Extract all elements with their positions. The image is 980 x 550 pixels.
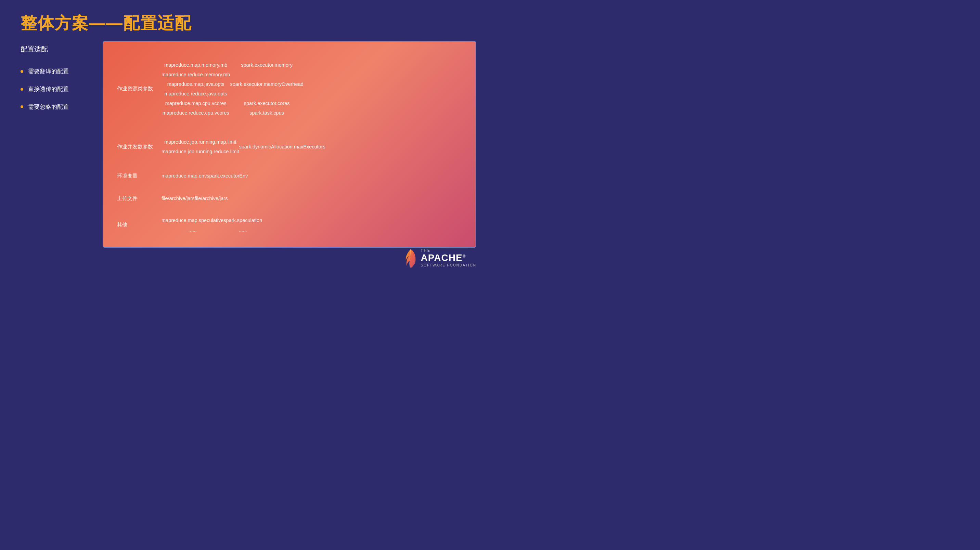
mr-item: mapreduce.reduce.memory.mb: [162, 70, 230, 79]
mr-item: mapreduce.reduce.cpu.vcores: [162, 108, 229, 117]
spark-item: spark.speculation: [223, 216, 262, 225]
table-inner: 作业资源类参数 mapreduce.map.memory.mb mapreduc…: [107, 49, 162, 240]
page-title: 整体方案——配置适配: [21, 12, 192, 34]
row-label-resources: 作业资源类参数: [107, 49, 162, 129]
spark-item: spark.dynamicAllocation.maxExecutors: [239, 142, 325, 151]
bullet-icon: [21, 70, 23, 73]
table-row-files: 上传文件 file/archive/jars file/archive/jars: [107, 187, 162, 210]
col-mapreduce-env: mapreduce.map.env: [162, 165, 207, 187]
row-label-concurrency: 作业并发数参数: [107, 129, 162, 165]
col-spark-env: spark.executorEnv: [207, 165, 248, 187]
mr-item: file/archive/jars: [162, 194, 195, 203]
mr-item: mapreduce.map.env: [162, 172, 207, 180]
apache-text: THE APACHE® SOFTWARE FOUNDATION: [421, 249, 476, 267]
col-spark-resources: spark.executor.memory spark.executor.mem…: [230, 49, 303, 129]
bullet-icon: [21, 88, 23, 91]
mr-item: mapreduce.map.speculative: [162, 216, 223, 225]
mr-item: mapreduce.job.running.map.limit: [164, 138, 236, 146]
apache-feather-icon: [404, 248, 417, 268]
list-item: 需要翻译的配置: [21, 67, 96, 76]
bullet-list: 需要翻译的配置 直接透传的配置 需要忽略的配置: [21, 67, 96, 111]
left-panel: 配置适配 需要翻译的配置 直接透传的配置 需要忽略的配置: [21, 45, 96, 121]
bullet-icon: [21, 105, 23, 108]
spark-item: spark.executor.memoryOverhead: [230, 80, 303, 89]
list-item-label: 需要翻译的配置: [28, 67, 69, 76]
table-row-env: 环境变量 mapreduce.map.env spark.executorEnv: [107, 165, 162, 187]
mr-item: mapreduce.job.running.reduce.limit: [162, 147, 239, 156]
mr-item: mapreduce.map.memory.mb: [164, 60, 227, 70]
apache-sf-label: SOFTWARE FOUNDATION: [421, 263, 476, 267]
list-item: 需要忽略的配置: [21, 103, 96, 111]
col-spark-files: file/archive/jars: [195, 187, 228, 210]
row-label-env: 环境变量: [107, 165, 162, 187]
col-mapreduce-other: mapreduce.map.speculative ......: [162, 210, 223, 240]
list-item-label: 直接透传的配置: [28, 85, 69, 93]
mr-item: mapreduce.reduce.java.opts: [165, 89, 227, 98]
col-spark-other: spark.speculation ......: [223, 210, 262, 240]
list-item-label: 需要忽略的配置: [28, 103, 69, 111]
spark-item: spark.executor.memory: [241, 60, 293, 70]
apache-logo: THE APACHE® SOFTWARE FOUNDATION: [404, 248, 476, 268]
table-row-other: 其他 mapreduce.map.speculative ...... spar…: [107, 210, 162, 240]
spark-item: spark.executor.cores: [244, 99, 290, 108]
col-mapreduce-resources: mapreduce.map.memory.mb mapreduce.reduce…: [162, 49, 230, 129]
col-mapreduce-concurrency: mapreduce.job.running.map.limit mapreduc…: [162, 129, 239, 165]
spark-item: [266, 89, 267, 98]
spark-item: file/archive/jars: [195, 194, 228, 203]
apache-name-label: APACHE®: [421, 253, 466, 263]
mr-item: ......: [189, 226, 197, 234]
spark-item: spark.executorEnv: [207, 172, 248, 180]
row-label-other: 其他: [107, 210, 162, 240]
apache-the-label: THE: [421, 249, 431, 253]
table-row-resources: 作业资源类参数 mapreduce.map.memory.mb mapreduc…: [107, 49, 162, 129]
spark-item: ......: [239, 226, 247, 234]
col-mapreduce-files: file/archive/jars: [162, 187, 195, 210]
spark-item: [266, 70, 267, 79]
mr-item: mapreduce.map.cpu.vcores: [165, 99, 226, 108]
list-item: 直接透传的配置: [21, 85, 96, 93]
row-label-files: 上传文件: [107, 187, 162, 210]
spark-item: spark.task.cpus: [250, 108, 284, 117]
config-table: 作业资源类参数 mapreduce.map.memory.mb mapreduc…: [103, 41, 476, 248]
section-title: 配置适配: [21, 45, 96, 54]
col-spark-concurrency: spark.dynamicAllocation.maxExecutors: [239, 129, 325, 165]
table-row-concurrency: 作业并发数参数 mapreduce.job.running.map.limit …: [107, 129, 162, 165]
mr-item: mapreduce.map.java.opts: [167, 80, 224, 89]
